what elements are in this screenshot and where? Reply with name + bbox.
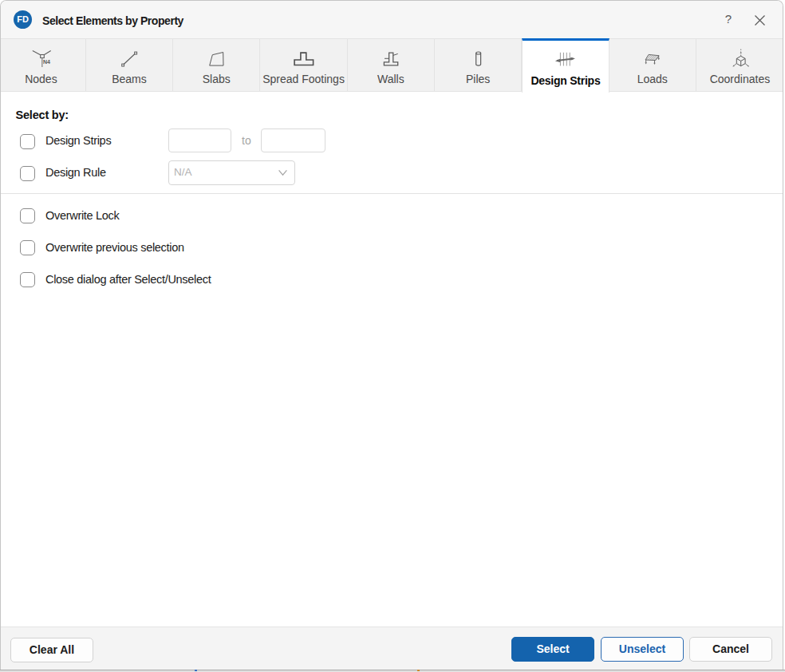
svg-text:N4: N4 bbox=[43, 59, 50, 65]
